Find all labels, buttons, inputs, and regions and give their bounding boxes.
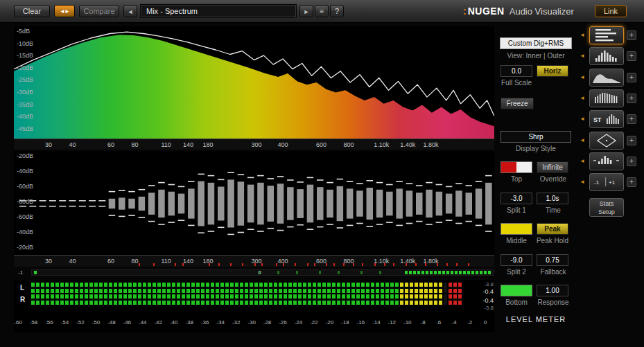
corr-green-segment [434,271,437,274]
meter-segment [410,283,413,293]
sidebar-view-plus-minus[interactable]: -1+1 [589,173,624,191]
spectrum-axis-label: 800 [344,141,354,148]
clip-tick [261,263,263,266]
corr-bright-tick [34,271,37,274]
horiz-button[interactable]: Horiz [537,65,568,77]
histogram-y-label: -40dB [17,168,33,175]
collapse-left-icon[interactable]: ◄ [580,32,585,38]
peak-hold-button[interactable]: Peak [537,223,568,235]
sidebar-view-st-stripes[interactable]: ST [589,110,624,128]
compare-button[interactable]: Compare [79,5,119,17]
stats-setup-line1: Stats [590,199,623,208]
clear-button[interactable]: Clear [14,5,50,17]
histogram-y-label: -80dB [17,198,33,205]
sidebar-view-dense-stripes[interactable] [589,89,624,107]
add-view-icon[interactable]: + [627,51,636,61]
meter-segment [99,283,103,293]
histogram-y-label: -60dB [17,213,33,220]
meter-segment [138,294,141,305]
split2-value[interactable]: -9.0 [501,254,532,266]
meter-segment [385,294,389,305]
meter-segment [284,283,287,293]
collapse-left-icon[interactable]: ◄ [580,158,585,164]
response-value[interactable]: 1.00 [537,285,568,296]
corr-dim-tick [360,271,363,274]
sidebar-view-spectrum-bars[interactable] [589,47,624,65]
add-view-icon[interactable]: + [627,114,636,124]
corr-min-label: -1 [18,269,23,276]
middle-color-swatch[interactable] [501,223,532,235]
meter-scale-label: -48 [107,319,116,326]
add-view-icon[interactable]: + [627,157,636,166]
meter-segment [415,294,418,305]
clip-tick [374,263,376,266]
collapse-left-icon[interactable]: ◄ [580,74,585,80]
add-view-icon[interactable]: + [627,30,636,40]
collapse-left-icon[interactable]: ◄ [580,116,585,122]
display-style-select[interactable]: Shrp [501,131,571,143]
preset-list-button[interactable]: ≡ [315,5,329,17]
meter-segment [177,283,180,293]
preset-select[interactable]: Mix - Spectrum [140,4,297,18]
meter-scale-label: -26 [279,319,287,326]
collapse-left-icon[interactable]: ◄ [580,137,585,143]
add-view-icon[interactable]: + [627,136,636,145]
fallback-value[interactable]: 0.75 [537,254,568,266]
split1-value[interactable]: -3.0 [501,193,532,204]
brand-dots-icon: : [463,6,467,17]
view-sidebar: Stats Setup ◄+◄+◄+◄+◄ST+◄+◄+◄-1+1+ [578,0,644,347]
override-infinite-button[interactable]: Infinite [537,161,568,173]
spectrum-axis-label: 60 [107,141,114,148]
freeze-button[interactable]: Freeze [501,98,534,109]
meter-scale-label: -20 [326,319,334,326]
corr-green-segment [409,271,412,274]
spectrum-axis-label: 140 [183,141,193,148]
meter-scale-label: 0 [484,319,487,326]
swap-arrows-button[interactable]: ◄► [54,5,75,17]
meter-segment [85,283,88,293]
add-view-icon[interactable]: + [627,94,636,103]
meter-segment [405,294,408,305]
clip-tick [468,263,469,266]
clip-tick [242,263,243,266]
collapse-left-icon[interactable]: ◄ [580,53,585,59]
meter-segment [51,283,54,293]
meter-segment [390,294,394,305]
meter-segment [119,294,122,305]
spectrum-y-label: -10dB [17,40,33,47]
analysis-mode-select[interactable]: Custom Dig+RMS [500,37,572,49]
collapse-left-icon[interactable]: ◄ [580,179,585,185]
meter-segment [332,283,336,293]
top-color-swatch[interactable] [501,161,532,173]
meter-segment [250,283,253,293]
meter-segment [75,294,78,305]
help-button[interactable]: ? [330,5,344,17]
meter-scale-label: -30 [247,319,256,326]
corr-green-segment [480,271,482,274]
previous-preset-button[interactable]: ◄ [123,5,137,17]
meter-segment [31,294,35,305]
sidebar-view-diamond[interactable] [589,132,624,150]
sidebar-view-spectrum-wave[interactable] [589,69,624,87]
stats-setup-button[interactable]: Stats Setup [589,198,624,217]
collapse-left-icon[interactable]: ◄ [580,95,585,101]
sidebar-view-meter-lines[interactable] [589,26,624,44]
corr-green-segment [417,271,420,274]
spectrum-y-label: -20dB [17,64,33,71]
time-value[interactable]: 1.0s [537,193,568,204]
add-view-icon[interactable]: + [627,73,636,82]
meter-segment [220,294,224,305]
add-view-icon[interactable]: + [627,177,636,187]
st-stripes-icon: ST [590,111,623,127]
meter-readout-value: -3.8 [451,305,494,311]
sidebar-view-mini-histogram[interactable] [589,152,624,170]
spectrum-axis-label: 300 [251,141,261,148]
sidebar-row: ◄+ [578,69,644,88]
spectrum-axis-label: 1.80k [424,141,439,148]
meter-segment [288,283,292,293]
bottom-color-swatch[interactable] [501,285,532,296]
full-scale-value[interactable]: 0.0 [501,65,532,77]
play-button[interactable]: ► [299,5,313,17]
view-mode-label[interactable]: View: Inner | Outer [496,52,575,60]
spectrum-axis-label: 40 [69,141,76,148]
